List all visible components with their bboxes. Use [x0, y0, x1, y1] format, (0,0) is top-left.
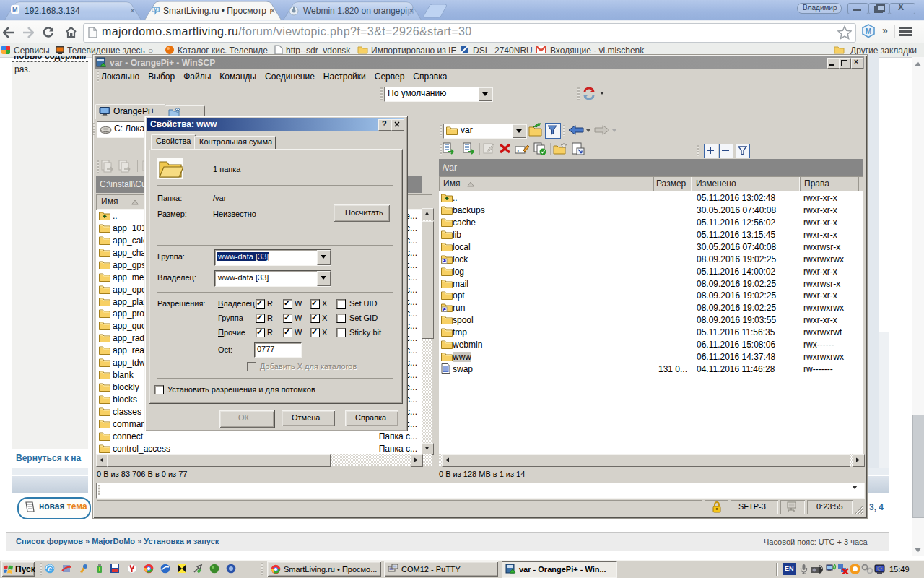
- svg-text:x: x: [517, 148, 520, 153]
- svg-text:M: M: [866, 27, 871, 35]
- svg-text:e: e: [48, 565, 52, 573]
- svg-text:M: M: [154, 7, 158, 12]
